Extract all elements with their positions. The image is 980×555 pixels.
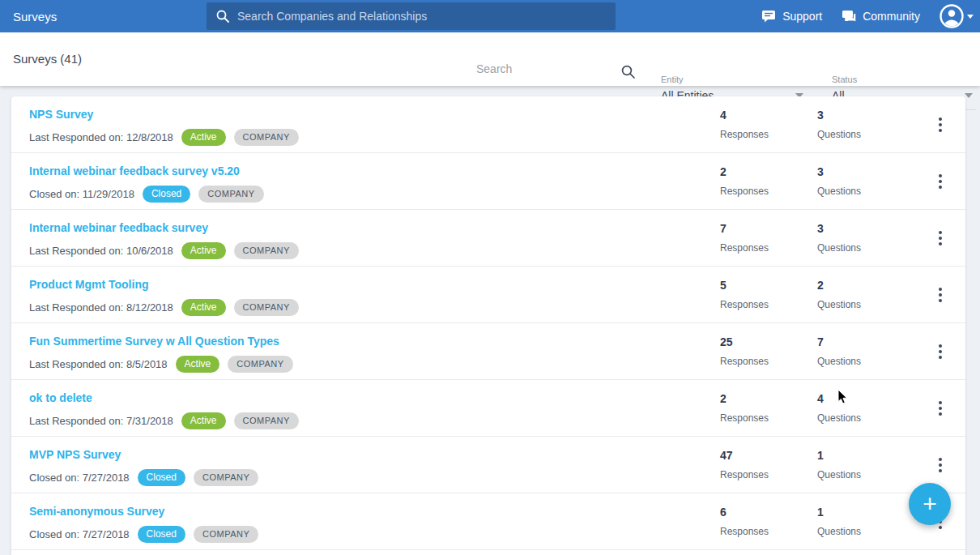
status-badge: Active [181,299,226,316]
kebab-icon [939,288,942,302]
survey-link[interactable]: Semi-anonymous Survey [29,505,164,518]
global-search[interactable] [207,2,616,30]
questions-count: 3 [817,222,914,235]
responses-label: Responses [720,526,817,537]
questions-label: Questions [817,186,914,197]
survey-row: Internal webinar feedback survey v5.20 C… [11,153,965,210]
entity-badge: COMPANY [194,526,258,543]
responses-label: Responses [720,356,817,367]
responses-count: 2 [720,392,817,405]
survey-link[interactable]: Internal webinar feedback survey [29,221,208,234]
entity-badge: COMPANY [194,469,258,486]
entity-badge: COMPANY [198,186,263,203]
search-icon [216,10,229,23]
survey-row: Fun Summertime Survey w All Question Typ… [11,323,965,380]
questions-label: Questions [817,526,914,537]
survey-date: Closed on: 11/29/2018 [29,188,134,200]
survey-link[interactable]: Product Mgmt Tooling [29,278,149,291]
row-menu-button[interactable] [914,153,965,209]
row-menu-button[interactable] [914,380,965,436]
responses-count: 2 [720,165,817,178]
questions-count: 4 [817,392,914,405]
questions-label: Questions [817,129,914,140]
questions-label: Questions [817,469,914,480]
surveys-toolbar: Surveys (41) Entity All Entities Status … [0,32,980,86]
kebab-icon [939,117,942,132]
entity-badge: COMPANY [228,356,292,373]
status-badge: Closed [138,526,185,543]
survey-list: NPS Survey Last Responded on: 12/8/2018 … [11,96,965,555]
questions-label: Questions [817,299,914,310]
survey-link[interactable]: Internal webinar feedback survey v5.20 [29,164,240,177]
row-menu-button[interactable] [914,267,965,322]
questions-count: 7 [817,335,914,348]
responses-count: 6 [720,506,817,519]
responses-count: 47 [720,449,817,462]
responses-count: 7 [720,222,817,235]
questions-label: Questions [817,242,914,254]
survey-row: Semi-anonymous Survey Closed on: 7/27/20… [11,493,965,550]
responses-label: Responses [720,412,817,424]
survey-row: Product Mgmt Tooling Last Responded on: … [11,267,965,323]
chevron-down-icon [967,15,974,19]
app-title: Surveys [0,10,193,23]
entity-badge: COMPANY [234,412,299,429]
survey-date: Last Responded on: 7/31/2018 [29,415,173,427]
entity-badge: COMPANY [234,129,299,146]
entity-filter-label: Entity [661,75,807,84]
survey-date: Last Responded on: 8/12/2018 [29,301,173,314]
survey-link[interactable]: Fun Summertime Survey w All Question Typ… [29,335,279,348]
survey-date: Last Responded on: 10/6/2018 [29,245,173,257]
support-icon [761,10,776,23]
list-search-input[interactable] [475,62,612,83]
questions-label: Questions [817,356,914,367]
responses-label: Responses [720,242,817,254]
row-menu-button[interactable] [914,210,965,266]
row-menu-button[interactable] [914,96,965,152]
kebab-icon [939,458,942,472]
survey-link[interactable]: ok to delete [29,391,92,404]
community-link[interactable]: Community [842,10,920,23]
global-search-input[interactable] [237,10,606,23]
kebab-icon [939,401,942,416]
survey-row: NPS Survey Last Responded on: 12/8/2018 … [11,96,965,153]
questions-count: 3 [817,109,914,122]
support-label: Support [782,10,822,23]
status-badge: Active [181,242,226,259]
entity-badge: COMPANY [234,299,299,316]
chevron-down-icon [965,93,973,98]
status-badge: Active [181,412,226,429]
support-link[interactable]: Support [761,10,822,23]
community-icon [842,10,856,23]
add-survey-button[interactable]: + [909,483,951,525]
user-menu[interactable] [940,4,974,28]
questions-count: 3 [817,165,914,178]
status-badge: Active [181,129,226,146]
responses-count: 5 [720,279,817,292]
questions-label: Questions [817,412,914,424]
survey-date: Last Responded on: 8/5/2018 [29,358,168,370]
avatar-icon [940,4,964,28]
survey-row: MVP NPS Survey Closed on: 7/27/2018 Clos… [11,437,965,493]
kebab-icon [939,174,942,189]
survey-row: Internal webinar feedback survey Last Re… [11,210,965,267]
status-badge: Closed [138,469,185,486]
status-filter-label: Status [832,75,976,84]
survey-link[interactable]: MVP NPS Survey [29,448,121,461]
search-icon [621,65,635,79]
survey-date: Last Responded on: 12/8/2018 [29,131,173,143]
community-label: Community [863,10,920,23]
entity-badge: COMPANY [234,242,299,259]
status-badge: Closed [143,186,190,203]
survey-link[interactable]: NPS Survey [29,108,93,121]
status-badge: Active [176,356,220,373]
survey-date: Closed on: 7/27/2018 [29,472,130,484]
survey-row: ok to delete Last Responded on: 7/31/201… [11,380,965,437]
questions-count: 1 [817,506,914,519]
questions-count: 1 [817,449,914,462]
responses-label: Responses [720,129,817,140]
top-nav: Surveys Support Community [0,0,980,32]
row-menu-button[interactable] [914,323,965,379]
page-title: Surveys (41) [13,52,82,66]
kebab-icon [939,344,942,359]
